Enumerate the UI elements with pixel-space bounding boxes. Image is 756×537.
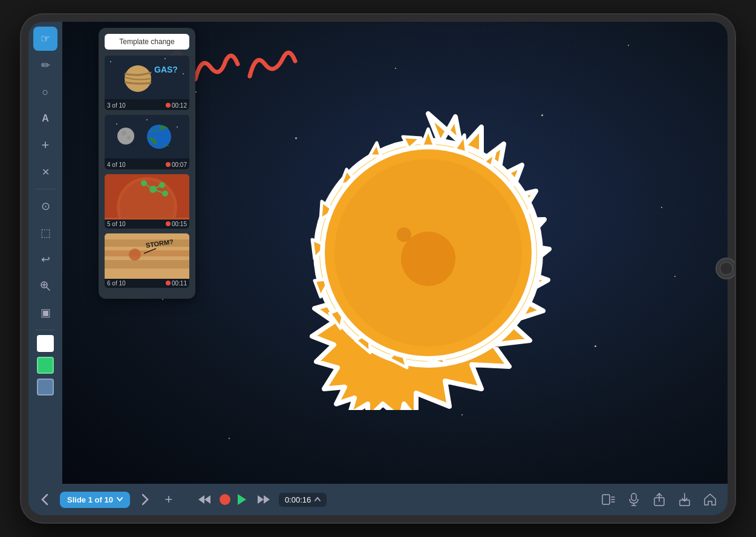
svg-point-38 (116, 123, 117, 125)
text-tool[interactable]: A (33, 106, 57, 131)
template-change-button[interactable]: Template change (105, 34, 189, 50)
play-button[interactable] (235, 493, 249, 506)
slide-panel: Template change (99, 28, 195, 299)
slide-time-6: 00:11 (166, 280, 187, 287)
home-button-inner (720, 262, 733, 275)
svg-rect-58 (105, 250, 189, 256)
pointer-tool[interactable]: ☞ (33, 27, 57, 51)
svg-point-39 (146, 119, 148, 120)
home-button[interactable] (715, 258, 735, 279)
canvas-area[interactable]: Template change (62, 22, 728, 484)
slide-thumbnail-5[interactable]: 5 of 10 00:15 (105, 174, 189, 229)
home-nav-button[interactable] (700, 489, 720, 510)
slide-info-3: 3 of 10 00:12 (105, 101, 189, 110)
svg-point-28 (401, 232, 455, 286)
slide-thumb-img-3: GAS? (105, 56, 189, 101)
slide-time-4: 00:07 (166, 161, 187, 168)
toolbar-divider-2 (36, 330, 55, 330)
sun-illustration (271, 96, 585, 410)
slide-info-4: 4 of 10 00:07 (105, 160, 189, 169)
svg-marker-24 (370, 143, 381, 156)
star (661, 207, 662, 208)
zoom-tool[interactable] (33, 274, 57, 298)
svg-point-40 (177, 126, 178, 128)
slide-thumb-img-6: STORM? (105, 233, 189, 279)
slide-thumbnail-6[interactable]: STORM? 6 of 10 00:11 (105, 233, 189, 288)
select-tool[interactable]: ⬚ (33, 221, 57, 245)
star (229, 438, 230, 439)
timer-chevron-icon (314, 497, 321, 502)
svg-rect-72 (631, 493, 636, 501)
share-button[interactable] (649, 489, 670, 510)
slide-num-5: 5 of 10 (107, 221, 126, 227)
delete-tool[interactable]: ✕ (33, 160, 57, 184)
present-tool[interactable]: ▣ (33, 301, 57, 325)
fast-forward-button[interactable] (253, 489, 274, 510)
rewind-button[interactable] (194, 489, 215, 510)
timer-display[interactable]: 0:00:16 (279, 493, 327, 507)
svg-point-34 (183, 73, 184, 74)
tablet-device: ☞ ✏ ○ A + ✕ ⊙ ⬚ ↩ ▣ (21, 15, 735, 522)
slide-num-6: 6 of 10 (107, 280, 126, 287)
svg-marker-66 (258, 495, 264, 504)
star (595, 345, 596, 347)
svg-marker-67 (264, 495, 270, 504)
bottom-toolbar: Slide 1 of 10 + (28, 484, 728, 515)
svg-rect-68 (602, 495, 610, 504)
shape-tool[interactable]: ○ (33, 80, 57, 104)
slide-thumb-img-4 (105, 115, 189, 160)
target-tool[interactable]: ⊙ (33, 194, 57, 218)
slide-thumbnail-4[interactable]: 4 of 10 00:07 (105, 115, 189, 169)
slide-indicator-label: Slide 1 of 10 (67, 495, 113, 504)
svg-point-31 (110, 61, 111, 62)
mic-button[interactable] (624, 489, 644, 510)
slide-indicator[interactable]: Slide 1 of 10 (60, 492, 130, 508)
prev-nav-button[interactable] (36, 490, 55, 509)
svg-point-43 (127, 136, 131, 140)
slide-time-5: 00:15 (166, 221, 187, 227)
slide-thumbnail-3[interactable]: GAS? 3 of 10 00:12 (105, 56, 189, 110)
add-slide-button[interactable]: + (159, 490, 178, 509)
timer-value: 0:00:16 (285, 495, 311, 504)
svg-marker-64 (204, 495, 210, 504)
undo-tool[interactable]: ↩ (33, 247, 57, 272)
record-button[interactable] (220, 494, 230, 505)
chevron-down-icon (117, 497, 123, 502)
color-white[interactable] (37, 335, 54, 352)
svg-marker-63 (198, 495, 204, 504)
svg-point-60 (129, 249, 141, 261)
next-nav-button[interactable] (135, 490, 154, 509)
slide-thumb-img-5 (105, 174, 189, 220)
svg-point-42 (122, 131, 126, 135)
color-green[interactable] (37, 357, 54, 374)
svg-point-29 (397, 227, 411, 242)
slide-time-3: 00:12 (166, 102, 187, 109)
svg-rect-59 (105, 260, 189, 268)
pencil-tool[interactable]: ✏ (33, 53, 57, 77)
toolbar-divider-1 (36, 189, 55, 189)
add-tool[interactable]: + (33, 133, 57, 157)
download-button[interactable] (674, 489, 695, 510)
slide-nav-icon-button[interactable] (598, 489, 619, 510)
main-area: ☞ ✏ ○ A + ✕ ⊙ ⬚ ↩ ▣ (28, 22, 728, 484)
tablet-screen: ☞ ✏ ○ A + ✕ ⊙ ⬚ ↩ ▣ (28, 22, 728, 515)
color-blue[interactable] (37, 379, 54, 395)
slide-info-5: 5 of 10 00:15 (105, 220, 189, 229)
svg-text:GAS?: GAS? (154, 65, 178, 74)
slide-num-4: 4 of 10 (107, 161, 126, 168)
svg-marker-65 (238, 494, 246, 505)
svg-line-1 (47, 287, 50, 290)
svg-point-33 (165, 58, 166, 59)
slide-info-6: 6 of 10 00:11 (105, 279, 189, 288)
slide-num-3: 3 of 10 (107, 102, 126, 109)
left-toolbar: ☞ ✏ ○ A + ✕ ⊙ ⬚ ↩ ▣ (28, 22, 62, 484)
svg-point-41 (117, 128, 134, 145)
